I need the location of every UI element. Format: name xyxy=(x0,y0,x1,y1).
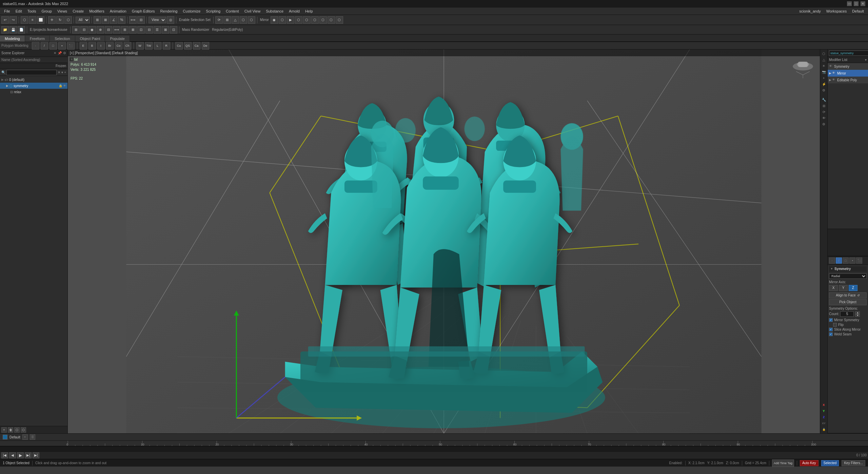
mirror-button[interactable]: ⟺ xyxy=(129,16,137,24)
flip-checkbox[interactable] xyxy=(833,323,837,327)
hide-toggle[interactable]: 👁 xyxy=(63,84,66,87)
layer-manager-btn[interactable]: ☰ xyxy=(154,26,161,34)
scene-invert-sel-btn[interactable]: ⬡ xyxy=(21,427,26,433)
timeline-ruler[interactable] xyxy=(0,441,868,446)
render-iter-button[interactable]: ⬡ xyxy=(319,16,327,24)
menu-modifiers[interactable]: Modifiers xyxy=(86,8,107,14)
spacing-tool-btn[interactable]: ⊠ xyxy=(129,26,137,34)
tab-object-paint[interactable]: Object Paint xyxy=(75,36,105,42)
xyz-xy-icon[interactable]: XY xyxy=(821,420,827,426)
scene-add-layer-btn[interactable]: + xyxy=(1,427,7,433)
create-helpers-icon[interactable]: + xyxy=(821,75,827,81)
clear-filter-icon[interactable]: ✕ xyxy=(58,70,60,74)
vertex-mode-btn[interactable]: · xyxy=(32,42,39,49)
symmetry-section-header[interactable]: ▼ Symmetry xyxy=(829,266,867,272)
align-button[interactable]: ⊟ xyxy=(137,16,145,24)
select-by-name-button[interactable]: ≡ xyxy=(29,16,36,24)
populate-button[interactable]: ⬡ xyxy=(248,16,255,24)
ref-coord-btn[interactable]: ◉ xyxy=(88,26,96,34)
pin-scene-explorer-icon[interactable]: 📌 xyxy=(58,51,62,55)
grid-btn[interactable]: ⊟ xyxy=(80,26,88,34)
slice-mirror-checkbox[interactable] xyxy=(829,328,833,331)
close-button[interactable]: ✕ xyxy=(861,1,865,6)
xyz-z-icon[interactable]: Z xyxy=(821,414,827,420)
edge-mode-btn[interactable]: / xyxy=(41,42,48,49)
hierarchy-panel-icon[interactable]: ⊞ xyxy=(821,103,827,108)
display-panel-icon[interactable]: 👁 xyxy=(821,115,827,121)
xyz-lock-icon[interactable]: 🔒 xyxy=(821,427,827,432)
scene-delete-btn[interactable]: 🗑 xyxy=(8,427,13,433)
redo-button[interactable]: ↪ xyxy=(9,16,17,24)
loop-btn[interactable]: L xyxy=(154,42,161,49)
filter-options-icon[interactable]: ▾ xyxy=(61,70,63,74)
axis-z-btn[interactable]: Z xyxy=(849,285,857,291)
transform-center-btn[interactable]: ⊕ xyxy=(97,26,104,34)
polygon-sub-icon[interactable]: ▪ xyxy=(849,257,855,264)
region-select-button[interactable]: ⬜ xyxy=(37,16,44,24)
render-env-button[interactable]: ⬡ xyxy=(336,16,343,24)
connect-btn[interactable]: Co xyxy=(115,42,122,49)
scene-select-all-btn[interactable]: ⬡ xyxy=(14,427,20,433)
snap-2d-button[interactable]: ⊞ xyxy=(94,16,101,24)
weld-seam-checkbox[interactable] xyxy=(829,332,833,336)
pick-object-btn[interactable]: Pick Object xyxy=(829,299,867,305)
inset-btn[interactable]: I xyxy=(97,42,105,49)
menu-create[interactable]: Create xyxy=(70,8,86,14)
border-sub-icon[interactable]: □ xyxy=(843,257,849,264)
border-mode-btn[interactable]: □ xyxy=(50,42,57,49)
element-mode-btn[interactable]: ⬛ xyxy=(67,42,75,49)
bevel-btn[interactable]: B xyxy=(88,42,96,49)
menu-help[interactable]: Help xyxy=(302,8,316,14)
mirror-tool-button[interactable]: ⟳ xyxy=(215,16,223,24)
snap-3d-button[interactable]: ⊠ xyxy=(102,16,109,24)
symmetry-type-select[interactable]: Radial Mirror xyxy=(829,273,867,279)
layer-color-swatch[interactable] xyxy=(3,435,7,439)
align-btn2[interactable]: ⊟ xyxy=(105,26,112,34)
count-down-btn[interactable]: ▼ xyxy=(855,314,860,317)
object-name-input[interactable] xyxy=(829,50,868,56)
count-up-btn[interactable]: ▲ xyxy=(855,311,860,314)
bridge-btn[interactable]: Br xyxy=(106,42,114,49)
mirror-btn2[interactable]: ⟺ xyxy=(113,26,120,34)
layer-add-btn[interactable]: + xyxy=(22,434,28,440)
nav-cube[interactable] xyxy=(789,53,816,80)
key-filters-btn[interactable]: Key Filters... xyxy=(842,460,865,466)
cut-btn[interactable]: Cu xyxy=(175,42,183,49)
poly-mode-btn[interactable]: ▪ xyxy=(58,42,66,49)
freeze-toggle[interactable]: 🔒 xyxy=(59,84,62,87)
create-cameras-icon[interactable]: 📷 xyxy=(821,69,827,75)
select-button[interactable]: ⬡ xyxy=(21,16,28,24)
render-frame-button[interactable]: ⬡ xyxy=(303,16,311,24)
param-collector-btn[interactable]: ⊡ xyxy=(170,26,177,34)
timeline-track[interactable] xyxy=(0,446,868,452)
modifier-mirror-row[interactable]: ▶ 👁 Mirror xyxy=(828,70,868,77)
menu-edit[interactable]: Edit xyxy=(13,8,25,14)
tab-freeform[interactable]: Freeform xyxy=(25,36,50,42)
rotate-button[interactable]: ↻ xyxy=(56,16,64,24)
extrude-btn[interactable]: E xyxy=(80,42,87,49)
motion-panel-icon[interactable]: ⟳ xyxy=(821,109,827,115)
create-spacewarps-icon[interactable]: ⚡ xyxy=(821,81,827,87)
viewport-plus-btn[interactable]: + xyxy=(69,57,74,62)
go-end-btn[interactable]: ▶| xyxy=(33,452,39,458)
mode-select[interactable]: All xyxy=(76,17,90,23)
minimize-button[interactable]: — xyxy=(847,1,852,6)
scale-button[interactable]: ⬡ xyxy=(64,16,72,24)
play-btn[interactable]: ▶ xyxy=(17,452,24,458)
menu-content[interactable]: Content xyxy=(223,8,242,14)
percent-snap-button[interactable]: % xyxy=(118,16,125,24)
tree-item-relax[interactable]: ⊟ relax xyxy=(0,89,67,95)
menu-rendering[interactable]: Rendering xyxy=(158,8,180,14)
count-input[interactable] xyxy=(840,311,854,317)
modifier-list-dropdown-icon[interactable]: ▾ xyxy=(865,58,867,62)
render-active-button[interactable]: ⬡ xyxy=(295,16,302,24)
go-start-btn[interactable]: |◀ xyxy=(1,452,8,458)
object-paint-button[interactable]: ⬡ xyxy=(240,16,247,24)
workspaces-menu[interactable]: Workspaces xyxy=(824,8,849,14)
new-file-btn[interactable]: 📄 xyxy=(18,26,25,34)
undo-button[interactable]: ↩ xyxy=(1,16,9,24)
next-frame-btn[interactable]: ▶| xyxy=(25,452,32,458)
rename-btn[interactable]: ⊟ xyxy=(145,26,153,34)
render-prod-button[interactable]: ⬡ xyxy=(311,16,319,24)
snap-override-button[interactable]: △ xyxy=(232,16,239,24)
